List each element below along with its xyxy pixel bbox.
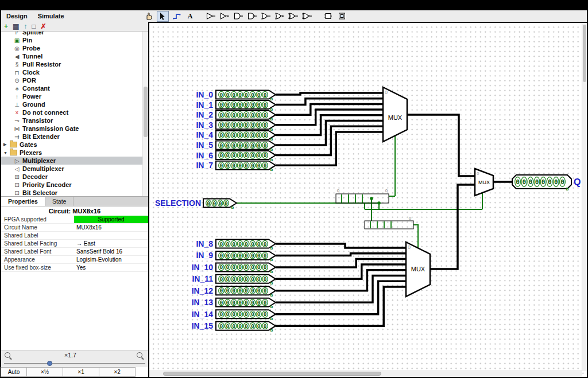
zoom-preset-3[interactable]: ×2: [99, 367, 136, 377]
input-pin-IN_5[interactable]: 00000000b: [216, 141, 276, 153]
mux-bottom[interactable]: MUX0: [406, 242, 430, 297]
input-pin-IN_7[interactable]: 00000000b: [216, 161, 276, 173]
zoom-preset-1[interactable]: ×½: [26, 367, 63, 377]
text-tool-icon[interactable]: A: [184, 11, 196, 22]
or-gate-icon[interactable]: [260, 11, 272, 22]
mux-output[interactable]: MUX0: [475, 169, 493, 196]
zoom-preset-0[interactable]: Auto: [1, 367, 27, 377]
tree-item-decoder[interactable]: ⊞Decoder: [1, 173, 148, 181]
tree-item-gates[interactable]: ▶Gates: [1, 141, 148, 149]
input-pin-IN_1[interactable]: 00000000b: [216, 100, 276, 112]
nor-gate-icon[interactable]: [274, 11, 286, 22]
edit-icon[interactable]: □: [32, 23, 36, 30]
input-pin-IN_13[interactable]: 00000000b: [216, 298, 276, 310]
tree-item-splitter[interactable]: ↱Splitter: [1, 32, 148, 36]
svg-text:0: 0: [264, 102, 267, 108]
xnor-gate-icon[interactable]: [301, 11, 314, 22]
tree-item-bit-extender[interactable]: ⇉Bit Extender: [1, 133, 148, 141]
svg-text:0: 0: [257, 264, 261, 270]
input-pin-IN_8[interactable]: 00000000b: [216, 240, 276, 251]
library-icon[interactable]: ▦: [13, 23, 19, 30]
and-gate-icon[interactable]: [233, 11, 245, 22]
property-row[interactable]: Use fixed box-sizeYes: [1, 264, 148, 272]
menu-simulate[interactable]: Simulate: [33, 13, 69, 20]
input-pin-selection[interactable]: 0000b: [203, 199, 237, 211]
select-wires[interactable]: [237, 135, 482, 248]
tree-scrollbar[interactable]: [142, 32, 148, 196]
delete-icon[interactable]: ✗: [41, 23, 47, 30]
expand-icon[interactable]: ▶: [3, 142, 9, 147]
collapse-icon[interactable]: ▼: [3, 151, 9, 155]
move-up-icon[interactable]: ↑: [24, 23, 27, 30]
input-pin-IN_4[interactable]: 00000000b: [216, 131, 276, 142]
input-pin-IN_11[interactable]: 00000000b: [216, 275, 276, 286]
input-pin-IN_6[interactable]: 00000000b: [216, 151, 276, 162]
input-pin-IN_0[interactable]: 00000000b: [216, 91, 276, 102]
canvas-hscrollbar-thumb[interactable]: [163, 372, 381, 376]
property-row[interactable]: Shared Label FontSansSerif Bold 16: [1, 248, 148, 256]
zoom-slider-handle[interactable]: [47, 361, 52, 366]
circuit-drawing[interactable]: 00000000000bIN_000000000bIN_100000000bIN…: [149, 23, 582, 371]
tree-item-pin[interactable]: ▣Pin: [1, 36, 148, 44]
buffer-gate-icon[interactable]: [205, 11, 217, 22]
add-icon[interactable]: +: [4, 23, 8, 30]
tree-item-demultiplexer[interactable]: ◁Demultiplexer: [1, 165, 148, 173]
tree-item-probe[interactable]: ◎Probe: [1, 44, 148, 52]
tree-item-pull-resistor[interactable]: §Pull Resistor: [1, 60, 148, 68]
tree-item-ground[interactable]: ⊥Ground: [1, 100, 148, 108]
zoom-preset-2[interactable]: ×1: [63, 367, 99, 377]
tree-item-do-not-connect[interactable]: ×Do not connect: [1, 108, 148, 116]
splitter[interactable]: 000: [336, 188, 413, 229]
circuit-canvas[interactable]: 00000000000bIN_000000000bIN_100000000bIN…: [148, 22, 587, 377]
input-pin-IN_14[interactable]: 00000000b: [216, 310, 276, 321]
svg-text:0: 0: [251, 102, 254, 108]
input-pin-IN_9[interactable]: 00000000b: [216, 251, 276, 263]
input-pin-IN_3[interactable]: 00000000b: [216, 120, 276, 132]
tree-item-por[interactable]: ⊙POR: [1, 76, 148, 84]
add-fsm-icon[interactable]: [336, 11, 348, 22]
tree-item-label: Probe: [22, 45, 40, 52]
tab-state[interactable]: State: [45, 197, 74, 206]
not-gate-icon[interactable]: [219, 11, 231, 22]
svg-text:0: 0: [238, 287, 242, 294]
tree-item-plexers[interactable]: ▼Plexers: [1, 149, 148, 157]
property-row[interactable]: Circuit NameMUX8x16: [1, 224, 148, 232]
property-row[interactable]: AppearanceLogisim-Evolution: [1, 256, 148, 264]
input-pin-IN_2[interactable]: 00000000b: [216, 111, 276, 122]
property-row[interactable]: Shared Label Facing→ East: [1, 240, 148, 248]
poke-tool-icon[interactable]: [143, 11, 155, 22]
multiplexer-icon: ▷: [13, 158, 21, 164]
property-row[interactable]: Shared Label: [1, 232, 148, 240]
edit-tool-icon[interactable]: [157, 11, 169, 22]
svg-text:0: 0: [245, 112, 248, 118]
tree-item-transmission-gate[interactable]: ⋈Transmission Gate: [1, 124, 148, 133]
wiring-tool-icon[interactable]: [171, 11, 183, 22]
tree-item-bit-selector[interactable]: ⊡Bit Selector: [1, 189, 148, 196]
tab-properties[interactable]: Properties: [1, 197, 45, 206]
input-pin-IN_15[interactable]: 00000000b: [216, 322, 276, 333]
canvas-vscrollbar[interactable]: [582, 23, 587, 371]
nand-gate-icon[interactable]: [246, 11, 258, 22]
tree-item-constant[interactable]: ∗Constant: [1, 84, 148, 92]
tree-item-tunnel[interactable]: ◀Tunnel: [1, 52, 148, 60]
canvas-hscrollbar[interactable]: [149, 371, 582, 377]
tree-item-power[interactable]: ↑Power: [1, 92, 148, 100]
mux-top[interactable]: MUX0: [383, 87, 407, 142]
tree-item-multiplexer[interactable]: ▷Multiplexer: [1, 157, 148, 165]
zoom-slider[interactable]: [1, 360, 148, 367]
canvas-vscrollbar-thumb[interactable]: [583, 25, 586, 82]
tree-item-clock[interactable]: ⊓Clock: [1, 68, 148, 76]
tree-item-transistor[interactable]: ⊸Transistor: [1, 116, 148, 124]
output-pin-q[interactable]: 00000000b: [512, 175, 571, 192]
xor-gate-icon[interactable]: [288, 11, 300, 22]
zoom-out-icon[interactable]: [5, 352, 10, 358]
input-pin-IN_12[interactable]: 00000000b: [216, 286, 276, 298]
menu-design[interactable]: Design: [1, 13, 33, 20]
toolbar-separator: [198, 11, 203, 22]
add-subcircuit-icon[interactable]: [322, 11, 334, 22]
tree-scrollbar-thumb[interactable]: [144, 87, 148, 137]
tree-item-priority-encoder[interactable]: ⊟Priority Encoder: [1, 181, 148, 189]
property-row[interactable]: FPGA supportedSupported: [1, 216, 148, 224]
zoom-in-icon[interactable]: [137, 352, 142, 358]
input-pin-IN_10[interactable]: 00000000b: [216, 263, 276, 274]
